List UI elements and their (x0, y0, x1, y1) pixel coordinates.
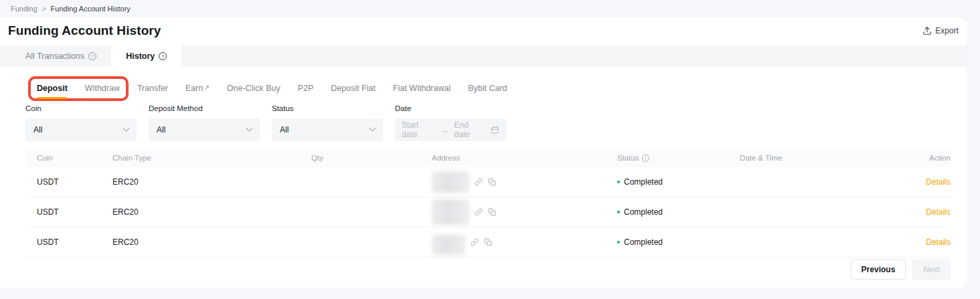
details-link[interactable]: Details (926, 237, 951, 247)
filter-bar: Coin All Deposit Method All Status All (25, 104, 506, 141)
cell-chain-type: ERC20 (112, 237, 311, 247)
filter-deposit-method: Deposit Method All (149, 104, 260, 141)
redacted-address (432, 171, 469, 193)
main-panel: Funding Account History Export All Trans… (0, 17, 967, 288)
copy-icon[interactable] (488, 208, 496, 216)
export-label: Export (935, 26, 959, 35)
table-header-row: Coin Chain Type Qty Address Status i Dat… (27, 148, 951, 167)
link-icon[interactable] (471, 238, 479, 246)
link-icon[interactable] (475, 178, 483, 186)
coin-select[interactable]: All (25, 118, 137, 141)
status-dot-icon (617, 211, 620, 213)
status-text: Completed (624, 177, 663, 187)
date-range-arrow-icon: → (441, 125, 449, 134)
cell-chain-type: ERC20 (112, 207, 311, 217)
breadcrumb-link-funding[interactable]: Funding (11, 5, 37, 13)
coin-select-value: All (33, 125, 42, 134)
subtab-fiat-withdrawal[interactable]: Fiat Withdrawal (393, 84, 451, 93)
col-qty: Qty (311, 154, 432, 162)
table-row: USDT ERC20 Completed Details (27, 197, 951, 227)
col-address: Address (432, 154, 617, 162)
cell-coin: USDT (37, 237, 112, 247)
table-row: USDT ERC20 Completed Details (27, 227, 951, 258)
status-badge: Completed (617, 207, 740, 217)
subtab-deposit[interactable]: Deposit (37, 84, 68, 93)
status-badge: Completed (617, 177, 740, 187)
subtab-bybit-card[interactable]: Bybit Card (468, 84, 507, 93)
table-row: USDT ERC20 Completed Details (27, 167, 951, 197)
status-dot-icon (617, 181, 620, 183)
status-select-value: All (280, 125, 289, 134)
export-button[interactable]: Export (922, 26, 959, 35)
date-range-input[interactable]: Start date → End date (395, 118, 506, 141)
status-filter-label: Status (272, 104, 383, 112)
copy-icon[interactable] (488, 178, 496, 186)
end-date-placeholder: End date (455, 120, 486, 139)
cell-coin: USDT (37, 207, 112, 217)
next-button[interactable]: Next (912, 260, 951, 280)
link-icon[interactable] (475, 208, 483, 216)
redacted-address (432, 199, 469, 225)
filter-coin: Coin All (25, 104, 137, 141)
question-icon: ? (159, 52, 167, 60)
filter-date: Date Start date → End date (395, 104, 506, 141)
col-status-label: Status (617, 154, 639, 162)
subtab-annotated-group: Deposit Withdraw (28, 75, 129, 102)
breadcrumb-current: Funding Account History (51, 5, 131, 13)
pagination: Previous Next (851, 260, 951, 280)
breadcrumb-separator: > (42, 5, 46, 13)
page-title: Funding Account History (8, 23, 161, 38)
export-icon (922, 26, 932, 35)
deposit-method-select-value: All (157, 125, 165, 134)
question-icon: ? (88, 52, 96, 60)
calendar-icon (491, 126, 499, 134)
filter-status: Status All (272, 104, 383, 141)
status-select[interactable]: All (272, 118, 383, 141)
tab-all-transactions[interactable]: All Transactions ? (11, 45, 111, 67)
subtab-earn-label: Earn (185, 84, 203, 93)
previous-button[interactable]: Previous (851, 260, 906, 280)
tab-all-transactions-label: All Transactions (25, 52, 84, 61)
col-coin: Coin (37, 154, 112, 162)
breadcrumb: Funding > Funding Account History (11, 0, 131, 17)
info-icon[interactable]: i (642, 155, 649, 162)
tab-bar: All Transactions ? History ? (0, 45, 967, 67)
start-date-placeholder: Start date (402, 120, 436, 139)
history-table: Coin Chain Type Qty Address Status i Dat… (27, 148, 951, 258)
details-link[interactable]: Details (926, 177, 951, 187)
deposit-method-filter-label: Deposit Method (149, 104, 260, 112)
subtab-p2p[interactable]: P2P (298, 84, 314, 93)
chevron-down-icon (123, 124, 130, 131)
status-dot-icon (617, 241, 620, 243)
status-badge: Completed (617, 237, 740, 247)
subtab-withdraw[interactable]: Withdraw (85, 84, 120, 93)
coin-filter-label: Coin (25, 104, 137, 112)
subtab-earn[interactable]: Earn↗ (185, 84, 210, 93)
status-text: Completed (624, 237, 663, 247)
tab-history-label: History (126, 52, 155, 61)
copy-icon[interactable] (484, 238, 492, 246)
chevron-down-icon (246, 124, 253, 131)
cell-coin: USDT (37, 177, 112, 187)
col-date-time: Date & Time (740, 154, 890, 162)
page-background: Funding > Funding Account History Fundin… (0, 0, 980, 299)
col-action: Action (890, 154, 951, 162)
details-link[interactable]: Details (926, 207, 951, 217)
subtab-one-click-buy[interactable]: One-Click Buy (227, 84, 280, 93)
col-chain-type: Chain Type (112, 154, 311, 162)
chevron-down-icon (370, 124, 376, 131)
status-text: Completed (624, 207, 663, 217)
external-link-icon: ↗ (203, 84, 209, 91)
cell-chain-type: ERC20 (112, 177, 311, 187)
col-status: Status i (617, 154, 740, 162)
deposit-method-select[interactable]: All (149, 118, 260, 141)
subtab-bar: Deposit Withdraw Transfer Earn↗ One-Clic… (37, 75, 951, 102)
date-filter-label: Date (395, 104, 506, 112)
tab-history[interactable]: History ? (111, 45, 181, 67)
subtab-deposit-fiat[interactable]: Deposit Fiat (331, 84, 376, 93)
subtab-transfer[interactable]: Transfer (137, 84, 168, 93)
redacted-address (432, 235, 465, 255)
